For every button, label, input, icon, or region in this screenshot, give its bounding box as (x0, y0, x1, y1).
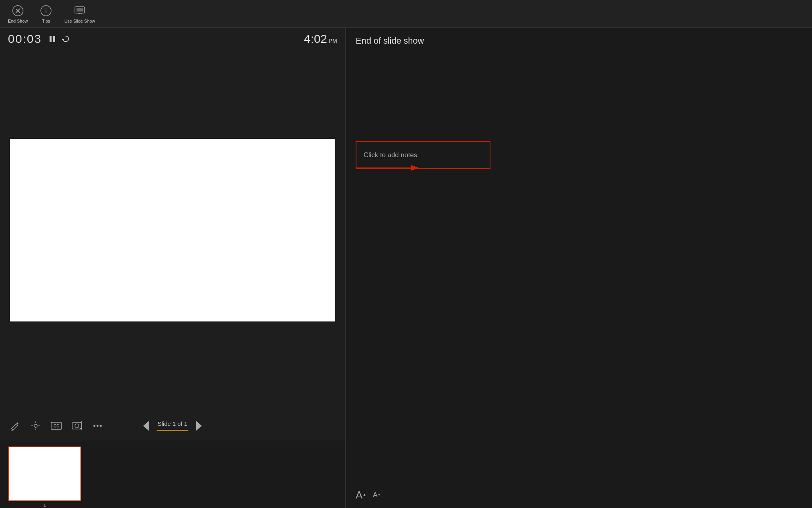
slide-indicator: Slide 1 of 1 (157, 420, 187, 427)
camera-button[interactable] (70, 419, 84, 433)
thumbnail-strip: 1 (0, 441, 345, 508)
slide-indicator-wrapper: Slide 1 of 1 (157, 420, 188, 431)
laser-pointer-button[interactable] (29, 419, 43, 433)
svg-marker-26 (196, 421, 202, 431)
svg-text:i: i (45, 8, 47, 14)
use-slideshow-label: Use Slide Show (64, 19, 95, 23)
tips-button[interactable]: i Tips (40, 4, 52, 23)
elapsed-time: 00:03 (8, 32, 42, 46)
slide-nav-row: Slide 1 of 1 (142, 420, 203, 431)
slide-end-title: End of slide show (356, 36, 802, 46)
end-show-button[interactable]: End Show (8, 4, 28, 23)
pen-tool-button[interactable] (8, 419, 22, 433)
timer-left: 00:03 (8, 32, 70, 46)
slide-progress-bar (157, 430, 188, 431)
reset-button[interactable] (61, 35, 70, 43)
thumbnail-wrapper: 1 (8, 446, 81, 508)
next-slide-button[interactable] (195, 420, 203, 431)
timer-controls (48, 35, 70, 43)
svg-rect-9 (50, 36, 52, 42)
tips-icon: i (40, 4, 52, 17)
slide-thumbnail[interactable] (8, 446, 81, 501)
slide-preview-container (0, 50, 345, 411)
svg-text:CC: CC (54, 424, 59, 428)
clock-time: 4:02 (304, 32, 327, 46)
use-slideshow-icon (73, 4, 86, 17)
main-content: 00:03 (0, 28, 812, 508)
clock-display: 4:02 PM (304, 32, 337, 46)
svg-rect-10 (53, 36, 55, 42)
font-size-controls: A▲ A▼ (356, 486, 802, 500)
notes-placeholder: Click to add notes (364, 151, 417, 159)
captions-button[interactable]: CC (49, 419, 63, 433)
thumbnail-number: 1 (43, 503, 46, 508)
increase-font-button[interactable]: A▲ (356, 490, 366, 500)
more-button[interactable] (90, 419, 105, 433)
slide-preview (10, 139, 335, 321)
svg-point-24 (100, 425, 102, 427)
timer-bar: 00:03 (0, 28, 345, 50)
arrow-annotation (356, 162, 419, 174)
clock-ampm: PM (329, 38, 337, 44)
pause-button[interactable] (48, 35, 57, 43)
slide-progress-fill (157, 430, 188, 431)
notes-area: Click to add notes (356, 54, 802, 486)
tips-label: Tips (42, 19, 50, 23)
svg-point-23 (97, 425, 99, 427)
decrease-font-button[interactable]: A▼ (373, 491, 381, 498)
slide-navigation: Slide 1 of 1 (142, 420, 203, 431)
svg-point-13 (34, 424, 37, 427)
svg-marker-28 (411, 165, 419, 171)
end-show-icon (11, 4, 24, 17)
svg-marker-11 (61, 38, 65, 40)
right-panel: End of slide show Click to add notes A▲ … (346, 28, 812, 508)
use-slideshow-button[interactable]: Use Slide Show (64, 4, 95, 23)
prev-slide-button[interactable] (142, 420, 150, 431)
svg-point-21 (75, 424, 79, 428)
bottom-tools: CC (8, 419, 105, 433)
svg-marker-25 (143, 421, 149, 431)
end-show-label: End Show (8, 19, 28, 23)
left-panel: 00:03 (0, 28, 345, 508)
svg-rect-6 (77, 8, 83, 12)
bottom-controls: CC (0, 411, 345, 441)
svg-point-22 (94, 425, 96, 427)
toolbar: End Show i Tips Use Slide Show (0, 0, 812, 28)
